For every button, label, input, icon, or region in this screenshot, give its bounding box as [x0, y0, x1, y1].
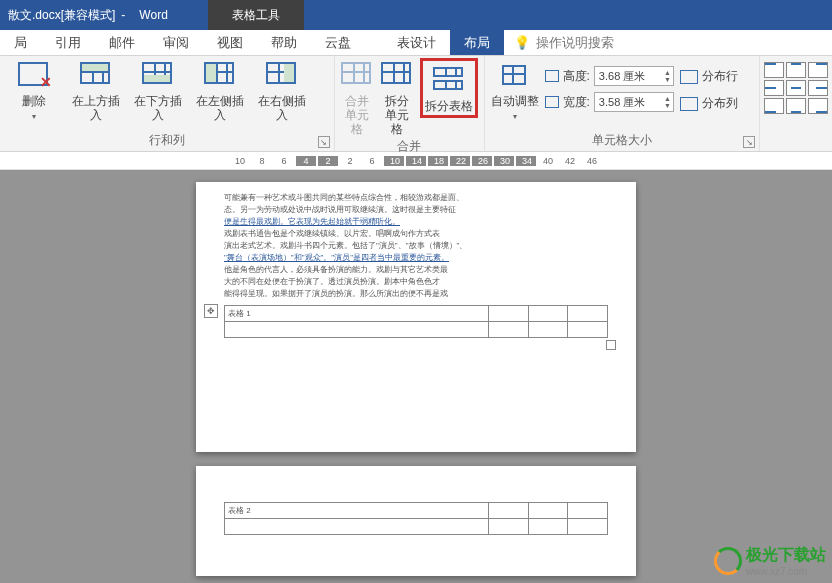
- distribute-rows-button[interactable]: 分布行: [680, 68, 738, 85]
- document-area[interactable]: 可能兼有一种艺术或斗图共同的某些特点综合性，相较游戏都是面、 态。另一为劳动或处…: [0, 170, 832, 583]
- compat-mode: [兼容模式]: [61, 7, 116, 24]
- width-icon: [545, 96, 559, 108]
- align-bl[interactable]: [764, 98, 784, 114]
- insert-right-button[interactable]: 在右侧插入: [254, 58, 310, 122]
- app-name: Word: [139, 8, 167, 22]
- tell-me[interactable]: 💡 操作说明搜索: [504, 30, 614, 55]
- group-alignment: [760, 56, 832, 151]
- tab-view[interactable]: 视图: [203, 30, 257, 55]
- insert-left-icon: [204, 62, 234, 84]
- merge-cells-icon: [341, 62, 371, 84]
- cell-size-launcher[interactable]: ↘: [743, 136, 755, 148]
- tab-partial[interactable]: 局: [0, 30, 41, 55]
- delete-button[interactable]: 删除▾: [6, 58, 62, 124]
- height-label: 高度:: [563, 68, 590, 85]
- insert-below-button[interactable]: 在下方插入: [130, 58, 186, 122]
- document-filename: 散文.docx: [8, 7, 61, 24]
- split-cells-button[interactable]: 拆分 单元格: [380, 58, 414, 136]
- title-bar: 散文.docx [兼容模式] - Word 表格工具: [0, 0, 832, 30]
- watermark: 极光下载站 www.xz7.com: [714, 545, 826, 577]
- merge-cells-button: 合并 单元格: [341, 58, 375, 136]
- width-input[interactable]: 3.58 厘米 ▲▼: [594, 92, 674, 112]
- ribbon: 删除▾ 在上方插入 在下方插入 在左侧插入 在右侧插入 行和列 ↘: [0, 56, 832, 152]
- bulb-icon: 💡: [514, 35, 530, 50]
- ribbon-tabs: 局 引用 邮件 审阅 视图 帮助 云盘 表设计 布局 💡 操作说明搜索: [0, 30, 832, 56]
- tab-table-design[interactable]: 表设计: [383, 30, 450, 55]
- distribute-cols-button[interactable]: 分布列: [680, 95, 738, 112]
- group-merge: 合并 单元格 拆分 单元格 拆分表格 合并: [335, 56, 485, 151]
- contextual-tab-title: 表格工具: [208, 0, 304, 30]
- tab-cloud[interactable]: 云盘: [311, 30, 365, 55]
- autofit-button[interactable]: 自动调整▾: [491, 58, 539, 124]
- align-bc[interactable]: [786, 98, 806, 114]
- split-table-icon: [433, 67, 463, 77]
- split-cells-icon: [381, 62, 411, 84]
- height-down[interactable]: ▼: [664, 76, 671, 83]
- tab-review[interactable]: 审阅: [149, 30, 203, 55]
- height-icon: [545, 70, 559, 82]
- width-down[interactable]: ▼: [664, 102, 671, 109]
- distribute-rows-icon: [680, 70, 698, 84]
- autofit-icon: [499, 62, 529, 88]
- tab-table-layout[interactable]: 布局: [450, 30, 504, 55]
- delete-icon: [18, 62, 48, 86]
- tab-mailings[interactable]: 邮件: [95, 30, 149, 55]
- page-1[interactable]: 可能兼有一种艺术或斗图共同的某些特点综合性，相较游戏都是面、 态。另一为劳动或处…: [196, 182, 636, 452]
- distribute-cols-icon: [680, 97, 698, 111]
- height-up[interactable]: ▲: [664, 69, 671, 76]
- align-mr[interactable]: [808, 80, 828, 96]
- align-br[interactable]: [808, 98, 828, 114]
- table-resize-handle[interactable]: [606, 340, 616, 350]
- width-up[interactable]: ▲: [664, 95, 671, 102]
- split-table-highlight: 拆分表格: [420, 58, 478, 118]
- tab-references[interactable]: 引用: [41, 30, 95, 55]
- align-mc[interactable]: [786, 80, 806, 96]
- align-tr[interactable]: [808, 62, 828, 78]
- align-tc[interactable]: [786, 62, 806, 78]
- insert-left-button[interactable]: 在左侧插入: [192, 58, 248, 122]
- insert-right-icon: [266, 62, 296, 84]
- align-ml[interactable]: [764, 80, 784, 96]
- page-2[interactable]: 表格 2: [196, 466, 636, 576]
- document-table-1[interactable]: 表格 1: [224, 305, 608, 338]
- align-tl[interactable]: [764, 62, 784, 78]
- insert-above-icon: [80, 62, 110, 84]
- insert-above-button[interactable]: 在上方插入: [68, 58, 124, 122]
- rows-cols-launcher[interactable]: ↘: [318, 136, 330, 148]
- tab-help[interactable]: 帮助: [257, 30, 311, 55]
- document-table-2[interactable]: 表格 2: [224, 502, 608, 535]
- height-input[interactable]: 3.68 厘米 ▲▼: [594, 66, 674, 86]
- group-cell-size: 自动调整▾ 高度: 3.68 厘米 ▲▼ 宽度: 3.58 厘米 ▲▼: [485, 56, 761, 151]
- split-table-button[interactable]: 拆分表格: [425, 63, 473, 113]
- group-rows-cols: 删除▾ 在上方插入 在下方插入 在左侧插入 在右侧插入 行和列 ↘: [0, 56, 335, 151]
- width-label: 宽度:: [563, 94, 590, 111]
- table-move-handle[interactable]: ✥: [204, 304, 218, 318]
- insert-below-icon: [142, 62, 172, 84]
- watermark-logo-icon: [714, 547, 742, 575]
